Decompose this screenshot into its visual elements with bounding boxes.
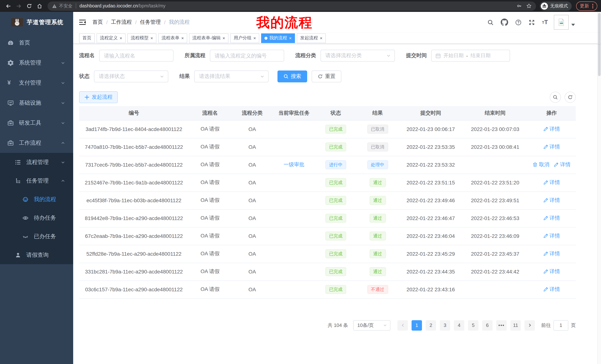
- date-range-picker[interactable]: 开始日期 - 结束日期: [431, 50, 510, 62]
- category-select[interactable]: 请选择流程分类: [321, 50, 395, 62]
- tab-process-form[interactable]: 流程表单×: [158, 33, 187, 43]
- action-detail-link[interactable]: 详情: [543, 250, 560, 257]
- close-icon[interactable]: ×: [222, 36, 225, 40]
- close-icon[interactable]: ×: [320, 36, 322, 40]
- sidebar-item-workflow[interactable]: 工作流程: [0, 133, 73, 153]
- header-search-icon[interactable]: [487, 19, 494, 25]
- search-button[interactable]: 搜索: [278, 70, 307, 82]
- scrollbar-track[interactable]: [597, 12, 601, 364]
- action-detail-link[interactable]: 详情: [543, 144, 560, 150]
- sidebar-logo[interactable]: 芋道管理系统: [0, 12, 73, 33]
- row-process-name: OA 请假: [189, 209, 231, 227]
- create-process-button[interactable]: 发起流程: [79, 91, 118, 103]
- sidebar-item-system-mgmt[interactable]: 系统管理: [0, 53, 73, 73]
- browser-forward-icon[interactable]: [14, 1, 23, 10]
- date-start-placeholder[interactable]: 开始日期: [443, 52, 464, 59]
- tab-process-form-edit[interactable]: 流程表单-编辑×: [189, 33, 229, 43]
- tab-start-process[interactable]: 发起流程×: [297, 33, 326, 43]
- url-path[interactable]: /bpm/task/my: [138, 3, 165, 9]
- process-name-input[interactable]: [99, 50, 173, 62]
- page-button-11[interactable]: 11: [510, 320, 521, 330]
- tab-process-model[interactable]: 流程模型×: [127, 33, 156, 43]
- close-icon[interactable]: ×: [253, 36, 256, 40]
- browser-reload-icon[interactable]: [25, 1, 33, 10]
- close-icon[interactable]: ×: [150, 36, 153, 40]
- page-button-1[interactable]: 1: [411, 320, 422, 330]
- breadcrumb-workflow[interactable]: 工作流程: [111, 19, 132, 26]
- action-detail-link[interactable]: 详情: [543, 268, 560, 275]
- github-icon[interactable]: [501, 19, 508, 26]
- status-select[interactable]: 请选择状态: [94, 70, 168, 82]
- sidebar-item-process-mgmt[interactable]: 流程管理: [0, 153, 73, 172]
- page-size-select[interactable]: 10条/页: [353, 320, 391, 330]
- font-size-icon[interactable]: TT: [542, 19, 548, 26]
- row-current-task: [273, 120, 315, 138]
- action-detail-link[interactable]: 详情: [543, 233, 560, 239]
- sidebar-item-done-tasks[interactable]: 已办任务: [0, 227, 73, 246]
- action-detail-link[interactable]: 详情: [543, 179, 560, 186]
- page-button-3[interactable]: 3: [440, 320, 450, 330]
- page-button-5[interactable]: 5: [468, 320, 478, 330]
- action-detail-link[interactable]: 详情: [543, 197, 560, 204]
- yen-icon: ¥: [7, 80, 14, 86]
- url-host[interactable]: dashboard.yudao.iocoder.cn: [80, 3, 138, 9]
- close-icon[interactable]: ×: [181, 36, 184, 40]
- sidebar-item-my-process[interactable]: 我的流程: [0, 190, 73, 209]
- password-key-icon[interactable]: [517, 3, 522, 9]
- refresh-table-button[interactable]: [565, 92, 576, 103]
- result-select[interactable]: 请选择流结果: [194, 70, 269, 82]
- sidebar-item-todo-tasks[interactable]: 待办任务: [0, 209, 73, 227]
- breadcrumb-home[interactable]: 首页: [92, 19, 103, 26]
- sidebar-item-infrastructure[interactable]: 基础设施: [0, 93, 73, 113]
- current-task-link[interactable]: 一级审批: [284, 161, 304, 167]
- page-ellipsis[interactable]: •••: [496, 320, 507, 330]
- security-label[interactable]: 不安全: [59, 3, 72, 9]
- bookmark-star-icon[interactable]: [526, 3, 531, 9]
- browser-home-icon[interactable]: [35, 1, 44, 10]
- table-row: 819442e8-7b9a-11ec-a290-acde48001122OA 请…: [79, 209, 576, 227]
- sidebar-item-home[interactable]: 首页: [0, 33, 73, 53]
- page-button-2[interactable]: 2: [426, 320, 436, 330]
- action-label: 详情: [550, 126, 560, 133]
- breadcrumb-task-mgmt[interactable]: 任务管理: [140, 19, 161, 26]
- sidebar-item-payment-mgmt[interactable]: ¥支付管理: [0, 73, 73, 93]
- next-page-button[interactable]: [524, 320, 535, 330]
- action-detail-link[interactable]: 详情: [543, 215, 560, 221]
- goto-page-input[interactable]: [553, 320, 568, 330]
- action-cancel-link[interactable]: 取消: [533, 161, 549, 168]
- browser-back-icon[interactable]: [4, 1, 13, 10]
- row-category: OA: [231, 120, 273, 138]
- close-icon[interactable]: ×: [289, 36, 291, 40]
- sidebar-fold-icon[interactable]: [79, 19, 86, 25]
- action-detail-link[interactable]: 详情: [543, 286, 560, 293]
- help-icon[interactable]: [515, 19, 521, 25]
- row-actions: 详情: [527, 280, 576, 298]
- reset-button[interactable]: 重置: [312, 70, 341, 82]
- avatar[interactable]: [554, 15, 569, 30]
- tab-my-process[interactable]: 我的流程×: [261, 33, 295, 43]
- sidebar-item-task-mgmt[interactable]: 任务管理: [0, 172, 73, 190]
- close-icon[interactable]: ×: [120, 36, 122, 40]
- page-button-4[interactable]: 4: [454, 320, 464, 330]
- avatar-caret-icon[interactable]: [571, 24, 575, 26]
- action-detail-link[interactable]: 详情: [543, 126, 560, 133]
- prev-page-button[interactable]: [397, 320, 408, 330]
- content: 流程名 所属流程 流程分类 请选择流程分类 提交时间: [73, 44, 576, 330]
- kebab-menu-icon[interactable]: [592, 3, 594, 8]
- tab-home[interactable]: 首页: [79, 33, 95, 43]
- toggle-search-button[interactable]: [550, 92, 561, 103]
- sidebar-item-leave-query[interactable]: 请假查询: [0, 246, 73, 264]
- action-detail-link[interactable]: 详情: [554, 161, 571, 168]
- sidebar-item-dev-tools[interactable]: 研发工具: [0, 113, 73, 133]
- update-label[interactable]: 更新: [580, 3, 589, 9]
- tab-process-definition[interactable]: 流程定义×: [97, 33, 126, 43]
- tab-user-group[interactable]: 用户分组×: [230, 33, 259, 43]
- address-bar[interactable]: 不安全 dashboard.yudao.iocoder.cn/bpm/task/…: [48, 1, 536, 10]
- scrollbar-thumb[interactable]: [598, 13, 601, 76]
- browser-update-button[interactable]: 更新: [576, 1, 597, 10]
- fullscreen-icon[interactable]: [529, 19, 535, 25]
- screen: 不安全 dashboard.yudao.iocoder.cn/bpm/task/…: [0, 0, 601, 364]
- page-button-6[interactable]: 6: [482, 320, 492, 330]
- process-definition-input[interactable]: [210, 50, 284, 62]
- date-end-placeholder[interactable]: 结束日期: [471, 52, 491, 59]
